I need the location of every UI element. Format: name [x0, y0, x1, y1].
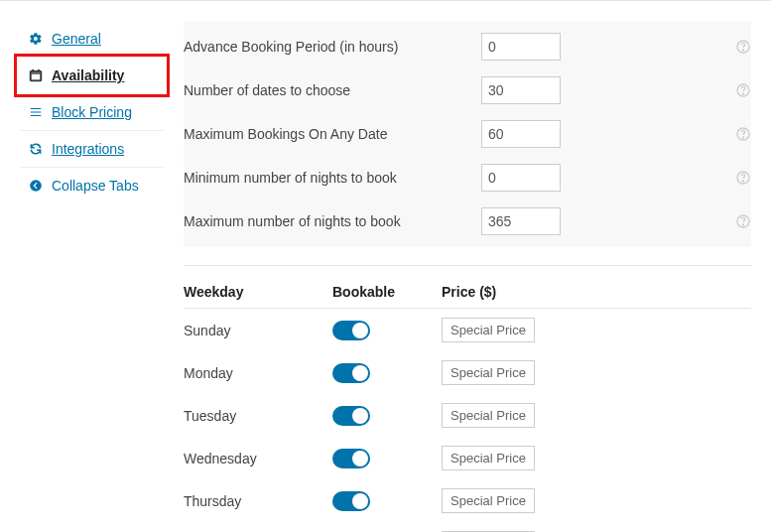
help-icon[interactable]	[735, 126, 751, 142]
weekday-header: Weekday Bookable Price ($)	[184, 284, 751, 309]
sidebar-item-collapse-tabs[interactable]: Collapse Tabs	[20, 168, 164, 203]
svg-point-6	[742, 137, 743, 138]
special-price-button[interactable]: Special Price	[442, 403, 535, 428]
max-bookings-input[interactable]	[481, 120, 561, 148]
special-price-button[interactable]: Special Price	[442, 318, 535, 342]
min-nights-input[interactable]	[481, 164, 561, 192]
bookable-toggle[interactable]	[332, 449, 370, 468]
help-icon[interactable]	[735, 39, 751, 55]
weekday-row-sunday: Sunday Special Price	[184, 309, 751, 351]
help-icon[interactable]	[735, 170, 751, 186]
special-price-button[interactable]: Special Price	[442, 488, 535, 513]
number-dates-input[interactable]	[481, 76, 561, 104]
special-price-button[interactable]: Special Price	[442, 446, 535, 470]
sidebar-item-label: General	[52, 31, 101, 47]
svg-point-4	[742, 93, 743, 94]
sidebar-item-general[interactable]: General	[20, 21, 164, 58]
weekday-name: Tuesday	[184, 408, 332, 424]
weekday-row-wednesday: Wednesday Special Price	[184, 437, 751, 479]
weekday-row-tuesday: Tuesday Special Price	[184, 394, 751, 437]
separator	[184, 265, 751, 266]
sidebar-item-availability[interactable]: Availability	[20, 58, 164, 94]
bookable-toggle[interactable]	[332, 321, 370, 340]
weekday-row-friday: Friday Special Price	[184, 522, 751, 532]
setting-max-nights: Maximum number of nights to book	[184, 200, 751, 243]
svg-point-2	[742, 50, 743, 51]
setting-label: Advance Booking Period (in hours)	[184, 39, 481, 55]
calendar-icon	[28, 68, 44, 82]
weekday-name: Thursday	[184, 493, 332, 509]
refresh-icon	[28, 142, 44, 156]
bookable-toggle[interactable]	[332, 363, 370, 383]
setting-label: Minimum number of nights to book	[184, 170, 481, 186]
weekday-table: Weekday Bookable Price ($) Sunday Specia…	[184, 284, 751, 532]
weekday-name: Wednesday	[184, 451, 332, 466]
setting-min-nights: Minimum number of nights to book	[184, 156, 751, 200]
setting-label: Number of dates to choose	[184, 82, 481, 98]
svg-point-8	[742, 181, 743, 182]
help-icon[interactable]	[735, 82, 751, 98]
header-weekday: Weekday	[184, 284, 332, 300]
weekday-name: Monday	[184, 365, 332, 381]
sidebar-item-block-pricing[interactable]: Block Pricing	[20, 94, 164, 131]
sidebar-item-label: Collapse Tabs	[52, 178, 139, 194]
main-content: Advance Booking Period (in hours) Number…	[184, 21, 751, 532]
weekday-name: Sunday	[184, 323, 332, 338]
setting-advance-booking: Advance Booking Period (in hours)	[184, 25, 751, 68]
chevron-left-circle-icon	[28, 179, 44, 193]
header-price: Price ($)	[442, 284, 751, 300]
setting-number-dates: Number of dates to choose	[184, 68, 751, 112]
header-bookable: Bookable	[332, 284, 442, 300]
sidebar-item-label: Availability	[52, 67, 124, 83]
svg-point-10	[742, 224, 743, 225]
max-nights-input[interactable]	[481, 207, 561, 235]
list-icon	[28, 105, 44, 119]
settings-sidebar: General Availability Block Pricing Integ…	[20, 21, 164, 532]
help-icon[interactable]	[735, 213, 751, 229]
sidebar-item-label: Block Pricing	[52, 104, 132, 120]
special-price-button[interactable]: Special Price	[442, 360, 535, 385]
setting-label: Maximum number of nights to book	[184, 213, 481, 229]
setting-label: Maximum Bookings On Any Date	[184, 126, 481, 142]
settings-block: Advance Booking Period (in hours) Number…	[184, 21, 751, 247]
svg-point-0	[30, 180, 42, 192]
sidebar-item-integrations[interactable]: Integrations	[20, 131, 164, 168]
bookable-toggle[interactable]	[332, 491, 370, 511]
gear-icon	[28, 32, 44, 46]
advance-booking-input[interactable]	[481, 33, 561, 61]
weekday-row-thursday: Thursday Special Price	[184, 479, 751, 522]
bookable-toggle[interactable]	[332, 406, 370, 426]
weekday-row-monday: Monday Special Price	[184, 351, 751, 394]
setting-max-bookings: Maximum Bookings On Any Date	[184, 112, 751, 156]
sidebar-item-label: Integrations	[52, 141, 124, 157]
